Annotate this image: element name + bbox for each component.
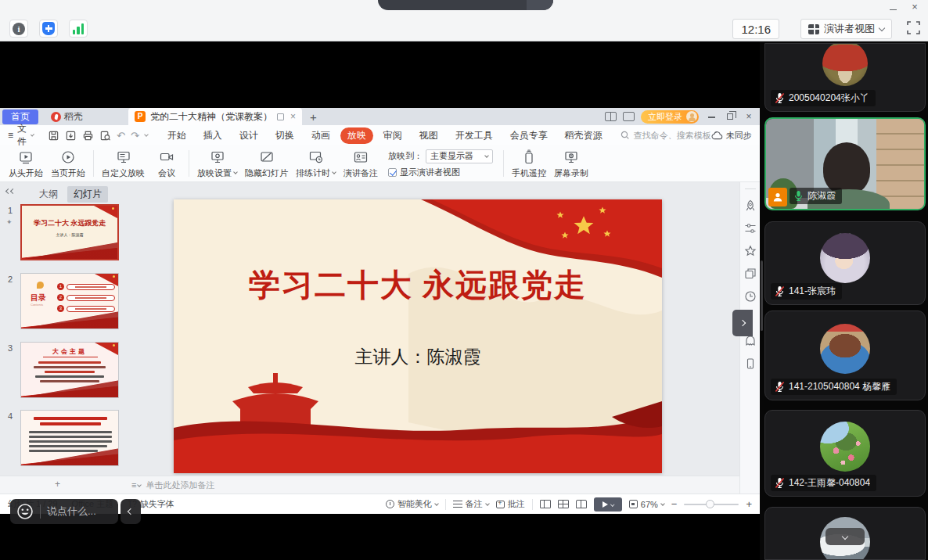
emoji-icon[interactable] bbox=[16, 503, 34, 520]
wps-minimize-button[interactable] bbox=[705, 111, 718, 122]
zoom-in-button[interactable]: + bbox=[746, 498, 752, 510]
meeting-security-button[interactable] bbox=[39, 20, 58, 38]
view-mode-dropdown[interactable]: 演讲者视图 bbox=[800, 19, 892, 39]
wps-close-button[interactable]: × bbox=[743, 111, 755, 122]
fullscreen-button[interactable] bbox=[907, 21, 920, 38]
sidebar-scrollbar[interactable] bbox=[761, 260, 763, 331]
zoom-fit-control[interactable]: 67% bbox=[629, 500, 664, 509]
copy-icon[interactable] bbox=[744, 267, 757, 280]
app-close-icon[interactable]: × bbox=[906, 1, 923, 13]
hide-slide-button[interactable]: 隐藏幻灯片 bbox=[241, 146, 292, 181]
share-banner-action-segment[interactable] bbox=[527, 0, 553, 10]
undo-icon[interactable]: ↶ bbox=[117, 130, 125, 142]
slide-thumbnail-1[interactable]: 学习二十大 永远跟党走 主讲人：陈淑霞 bbox=[20, 204, 119, 260]
display-target-dropdown[interactable]: 主要显示器 bbox=[426, 149, 493, 163]
redo-icon[interactable]: ↷ bbox=[131, 130, 139, 142]
show-settings-button[interactable]: 放映设置 bbox=[193, 146, 241, 181]
custom-show-button[interactable]: 自定义放映 bbox=[98, 146, 149, 181]
chat-input[interactable]: 说点什么... bbox=[47, 504, 96, 519]
start-from-beginning-button[interactable]: 从头开始 bbox=[5, 146, 47, 181]
participant-tile-active-speaker[interactable]: 陈淑霞 bbox=[764, 117, 926, 210]
scroll-down-button[interactable] bbox=[825, 528, 865, 545]
menu-item-design[interactable]: 设计 bbox=[232, 127, 265, 144]
menu-item-slideshow[interactable]: 放映 bbox=[340, 127, 373, 144]
button-label: 隐藏幻灯片 bbox=[245, 167, 288, 179]
participant-tile[interactable]: 141-张宸玮 bbox=[764, 221, 926, 305]
splitter-handle[interactable]: + bbox=[55, 479, 60, 490]
slide-thumbnail-4[interactable] bbox=[20, 410, 119, 466]
button-label: 屏幕录制 bbox=[554, 167, 588, 179]
speaker-view-checkbox[interactable] bbox=[388, 168, 397, 177]
network-status-button[interactable] bbox=[69, 20, 88, 38]
participant-tile[interactable]: 142-王雨馨-040804 bbox=[764, 410, 926, 497]
start-from-current-button[interactable]: 当页开始 bbox=[47, 146, 89, 181]
participant-tile[interactable]: 141-2105040804 杨馨雁 bbox=[764, 311, 926, 400]
screen-record-button[interactable]: 屏幕录制 bbox=[550, 146, 592, 181]
menu-item-start[interactable]: 开始 bbox=[160, 127, 193, 144]
slide-thumbnail-2[interactable]: 目录 Contents 1 2 3 bbox=[20, 273, 119, 329]
participant-tile-partial[interactable] bbox=[764, 507, 926, 560]
file-menu[interactable]: ≡ 文件 bbox=[0, 122, 40, 149]
slide-sorter-view-button[interactable] bbox=[558, 500, 569, 508]
chevron-down-icon[interactable] bbox=[144, 132, 149, 137]
workspace-grid-icon[interactable] bbox=[623, 112, 635, 121]
zoom-slider[interactable] bbox=[684, 504, 739, 505]
sync-status-button[interactable]: 未同步 bbox=[711, 130, 752, 142]
participant-tile[interactable]: 2005040204张小丫 bbox=[764, 43, 926, 112]
button-label: 会议 bbox=[158, 167, 175, 179]
save-icon[interactable] bbox=[48, 130, 59, 142]
settings-sliders-icon[interactable] bbox=[744, 222, 757, 235]
tab-document[interactable]: P 党的二十大精神（党课教案） × bbox=[128, 108, 302, 125]
zoom-out-button[interactable]: − bbox=[671, 498, 678, 510]
app-minimize-icon[interactable] bbox=[884, 1, 901, 13]
notes-placeholder[interactable]: 单击此处添加备注 bbox=[146, 479, 214, 491]
tab-docer[interactable]: 稻壳 bbox=[45, 109, 89, 124]
effects-star-icon[interactable] bbox=[744, 245, 757, 257]
menu-item-view[interactable]: 视图 bbox=[412, 127, 445, 144]
comments-button[interactable]: 批注 bbox=[496, 498, 525, 510]
close-tab-icon[interactable]: × bbox=[289, 111, 297, 122]
rocket-tools-icon[interactable] bbox=[744, 199, 757, 212]
slide-thumbnail-3[interactable]: 大会主题 bbox=[20, 342, 119, 398]
tab-outline[interactable]: 大纲 bbox=[33, 186, 64, 203]
wps-restore-button[interactable] bbox=[724, 111, 736, 122]
menu-item-member[interactable]: 会员专享 bbox=[503, 127, 555, 144]
menu-item-transition[interactable]: 切换 bbox=[268, 127, 301, 144]
avatar bbox=[822, 43, 868, 86]
meeting-button[interactable]: 会议 bbox=[149, 146, 185, 181]
smart-beautify-button[interactable]: 智能美化 bbox=[386, 498, 438, 510]
tab-slides[interactable]: 幻灯片 bbox=[67, 186, 108, 203]
menu-item-devtools[interactable]: 开发工具 bbox=[448, 127, 500, 144]
reading-layout-icon[interactable] bbox=[605, 112, 617, 121]
menu-item-animation[interactable]: 动画 bbox=[304, 127, 337, 144]
screen-share-banner[interactable] bbox=[378, 0, 553, 10]
chat-collapse-button[interactable] bbox=[120, 499, 141, 524]
meeting-info-button[interactable]: i bbox=[9, 20, 28, 38]
phone-remote-button[interactable]: 手机遥控 bbox=[508, 146, 550, 181]
menu-item-review[interactable]: 审阅 bbox=[376, 127, 409, 144]
speaker-notes-button[interactable]: 演讲备注 bbox=[340, 146, 382, 181]
expand-panel-tab[interactable] bbox=[732, 310, 753, 336]
rehearse-timing-button[interactable]: 排练计时 bbox=[292, 146, 340, 181]
export-icon[interactable] bbox=[65, 130, 77, 142]
phone-sync-icon[interactable] bbox=[744, 357, 757, 370]
print-preview-icon[interactable] bbox=[99, 130, 111, 142]
normal-view-button[interactable] bbox=[540, 500, 551, 508]
history-clock-icon[interactable] bbox=[744, 290, 757, 303]
pin-tab-icon[interactable] bbox=[277, 113, 284, 120]
slide-canvas[interactable]: 学习二十大 永远跟党走 主讲人：陈淑霞 bbox=[174, 199, 662, 473]
command-search-input[interactable]: 查找命令、搜索模板 bbox=[620, 130, 711, 142]
menu-item-docer-resources[interactable]: 稻壳资源 bbox=[558, 127, 610, 144]
zoom-slider-knob[interactable] bbox=[706, 500, 714, 508]
menu-item-insert[interactable]: 插入 bbox=[196, 127, 229, 144]
print-icon[interactable] bbox=[82, 130, 94, 142]
assistant-icon[interactable] bbox=[744, 335, 757, 347]
reading-view-button[interactable] bbox=[576, 500, 587, 508]
slideshow-play-button[interactable] bbox=[594, 497, 622, 512]
chat-input-bar[interactable]: 说点什么... bbox=[10, 499, 118, 524]
login-button[interactable]: 立即登录 bbox=[641, 110, 699, 124]
notes-bar[interactable]: + ≡ 单击此处添加备注 bbox=[0, 476, 739, 494]
divider bbox=[40, 504, 41, 519]
new-tab-button[interactable]: + bbox=[310, 110, 317, 124]
notes-toggle-button[interactable]: 备注 bbox=[453, 498, 489, 510]
